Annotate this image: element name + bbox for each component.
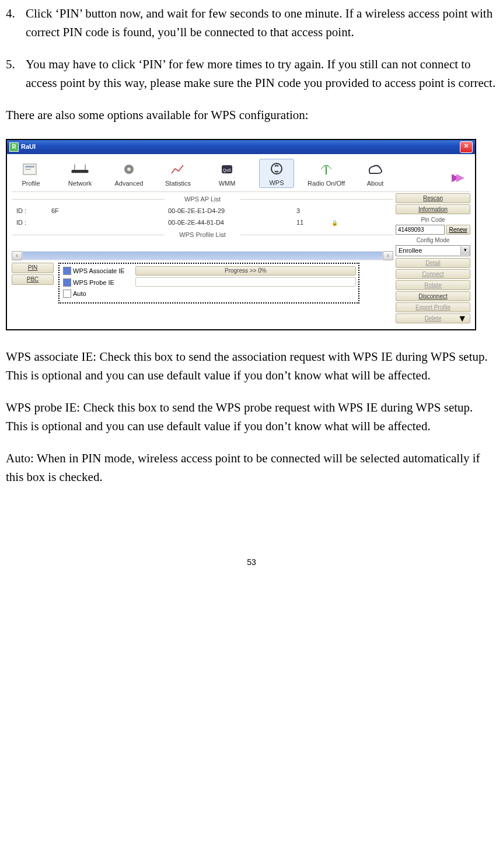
ap-row[interactable]: ID : 00-0E-2E-44-81-D4 11	[12, 217, 393, 229]
wps-associate-ie-checkbox[interactable]: WPS Associate IE	[63, 266, 125, 276]
config-mode-select[interactable]: Enrollee ▾	[396, 245, 470, 256]
status-field	[135, 277, 356, 287]
ap-bssid: 00-0E-2E-44-81-D4	[168, 218, 296, 228]
svg-rect-3	[71, 169, 88, 172]
profile-icon	[19, 161, 43, 177]
pbc-button[interactable]: PBC	[12, 274, 54, 285]
toolbar-wps[interactable]: WPS	[259, 159, 294, 189]
list-item-5: 5. You may have to click ‘PIN’ for few m…	[6, 55, 497, 92]
profile-list-box: ‹ ›	[12, 240, 393, 260]
svg-point-7	[127, 168, 131, 171]
expand-arrow-icon[interactable]: ▼	[457, 312, 467, 326]
pin-button[interactable]: PIN	[12, 263, 54, 273]
list-text: Click ‘PIN’ button now, and wait for few…	[26, 5, 497, 41]
export-profile-button[interactable]: Export Profile	[396, 302, 470, 312]
toolbar-profile[interactable]: Profile	[14, 161, 48, 189]
list-text: You may have to click ‘PIN’ for few more…	[26, 55, 497, 92]
lock-icon	[331, 218, 343, 228]
scroll-track[interactable]	[23, 252, 382, 260]
toolbar-wmm[interactable]: QoS WMM	[210, 161, 244, 189]
list-item-4: 4. Click ‘PIN’ button now, and wait for …	[6, 5, 497, 41]
chevron-down-icon: ▾	[460, 246, 470, 255]
options-highlight-box: WPS Associate IE WPS Probe IE Auto	[58, 263, 359, 304]
wps-probe-desc: WPS probe IE: Check this box to send the…	[6, 399, 497, 435]
wps-profile-list-title: WPS Profile List	[12, 230, 393, 240]
wps-associate-desc: WPS associate IE: Check this box to send…	[6, 348, 497, 385]
rotate-button[interactable]: Rotate	[396, 280, 470, 290]
toolbar-statistics[interactable]: Statistics	[161, 161, 195, 189]
close-button[interactable]: ×	[460, 141, 473, 153]
list-number: 5.	[6, 55, 26, 92]
window-title: RaUI	[21, 142, 36, 152]
svg-marker-13	[456, 174, 464, 182]
raui-window: R RaUI × Profile Network Ad	[6, 139, 476, 331]
rescan-button[interactable]: Rescan	[396, 193, 470, 203]
about-icon	[364, 161, 387, 177]
toolbar-radio[interactable]: Radio On/Off	[309, 161, 343, 189]
wps-probe-ie-checkbox[interactable]: WPS Probe IE	[63, 278, 125, 288]
ap-id: ID :	[16, 218, 51, 228]
ap-channel: 11	[296, 218, 331, 228]
wps-icon	[265, 161, 288, 177]
titlebar: R RaUI ×	[7, 140, 475, 154]
ap-channel: 3	[296, 206, 331, 216]
pin-code-label: Pin Code	[396, 215, 470, 224]
auto-checkbox[interactable]: Auto	[63, 289, 125, 299]
network-icon	[68, 161, 92, 177]
toolbar: Profile Network Advanced Statistics	[12, 158, 470, 191]
divider	[12, 191, 470, 192]
svg-rect-1	[25, 166, 34, 168]
ap-row[interactable]: ID : 6F 00-0E-2E-E1-D4-29 3	[12, 205, 393, 217]
toolbar-advanced[interactable]: Advanced	[112, 161, 146, 189]
statistics-icon	[166, 161, 190, 177]
ap-ssid: 6F	[51, 206, 168, 216]
wps-ap-list-title: WPS AP List	[12, 194, 393, 204]
page-number: 53	[6, 556, 497, 569]
next-arrow-icon[interactable]	[448, 170, 468, 189]
detail-button[interactable]: Detail	[396, 258, 470, 268]
ap-bssid: 00-0E-2E-E1-D4-29	[168, 206, 296, 216]
renew-button[interactable]: Renew	[446, 225, 470, 235]
horizontal-scrollbar[interactable]: ‹ ›	[12, 251, 393, 260]
intro-paragraph: There are also some options available fo…	[6, 106, 497, 125]
scroll-right-icon[interactable]: ›	[383, 251, 393, 260]
radio-icon	[315, 161, 338, 177]
list-number: 4.	[6, 5, 26, 41]
scroll-left-icon[interactable]: ‹	[12, 251, 22, 260]
toolbar-network[interactable]: Network	[63, 161, 97, 189]
app-icon: R	[9, 142, 19, 152]
client-area: Profile Network Advanced Statistics	[7, 154, 475, 330]
information-button[interactable]: Information	[396, 204, 470, 214]
connect-button[interactable]: Connect	[396, 269, 470, 279]
auto-desc: Auto: When in PIN mode, wireless access …	[6, 449, 497, 486]
wmm-icon: QoS	[215, 161, 239, 177]
gear-icon	[117, 161, 141, 177]
config-mode-label: Config Mode	[396, 236, 470, 245]
pin-code-input[interactable]: 41489093	[396, 225, 445, 235]
svg-rect-2	[25, 169, 31, 170]
toolbar-about[interactable]: About	[358, 161, 392, 189]
checkbox-icon	[63, 278, 71, 287]
disconnect-button[interactable]: Disconnect	[396, 291, 470, 301]
ap-id: ID :	[16, 206, 51, 216]
checkbox-icon	[63, 290, 71, 298]
progress-bar: Progress >> 0%	[135, 266, 356, 276]
svg-text:QoS: QoS	[223, 168, 231, 173]
checkbox-icon	[63, 267, 71, 275]
